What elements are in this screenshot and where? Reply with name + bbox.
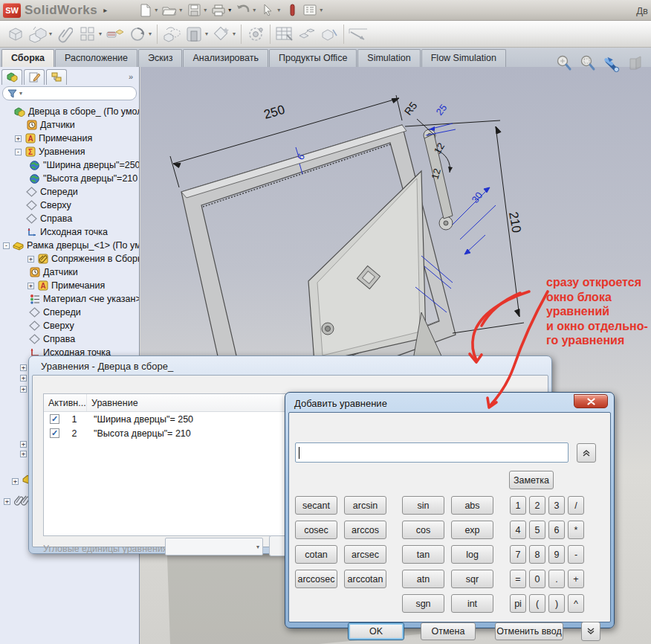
menu-flyout-icon[interactable]: ▸ xyxy=(103,6,107,14)
tree-item-part-right[interactable]: Справа xyxy=(0,332,139,346)
mate-icon[interactable] xyxy=(54,23,77,45)
key-5[interactable]: 5 xyxy=(529,521,545,539)
insert-component-icon[interactable] xyxy=(4,23,27,45)
expand-box[interactable]: + xyxy=(20,451,27,457)
tree-item-part-front[interactable]: Спереди xyxy=(0,306,139,319)
collapse-up-button[interactable] xyxy=(577,443,596,463)
configuration-manager-tab-icon[interactable] xyxy=(46,69,67,85)
undo-input-button[interactable]: Отменить ввод xyxy=(495,622,563,640)
print-icon[interactable] xyxy=(210,2,227,19)
key-divide[interactable]: / xyxy=(568,496,584,515)
key-1[interactable]: 1 xyxy=(510,496,526,515)
feature-manager-tab-icon[interactable] xyxy=(1,69,22,85)
key-secant[interactable]: secant xyxy=(295,496,337,515)
select-cursor-icon[interactable] xyxy=(259,2,276,19)
key-arccos[interactable]: arccos xyxy=(344,521,386,539)
key-open-paren[interactable]: ( xyxy=(529,594,545,613)
key-cos[interactable]: cos xyxy=(402,521,444,539)
tab-sketch[interactable]: Эскиз xyxy=(138,49,182,67)
key-decimal[interactable]: . xyxy=(548,570,565,588)
equation-input[interactable] xyxy=(295,442,569,463)
show-hidden-icon[interactable] xyxy=(161,23,183,45)
key-arccotan[interactable]: arccotan xyxy=(344,570,386,588)
key-int[interactable]: int xyxy=(451,594,493,613)
key-arcsin[interactable]: arcsin xyxy=(344,496,386,515)
tab-layout[interactable]: Расположение xyxy=(55,49,137,67)
expand-box[interactable]: - xyxy=(15,149,22,155)
tree-item-front-plane[interactable]: Спереди xyxy=(0,185,139,199)
options-list-icon[interactable] xyxy=(302,2,318,19)
active-checkbox[interactable]: ✓ xyxy=(50,428,59,438)
new-dropdown-arrow[interactable]: ▾ xyxy=(155,7,158,13)
cancel-button[interactable]: Отмена xyxy=(421,622,476,640)
key-log[interactable]: log xyxy=(451,545,493,564)
tree-item-right-plane[interactable]: Справа xyxy=(0,212,139,225)
equations-dialog-title[interactable]: Уравнения - Дверца в сборе_ xyxy=(32,359,548,375)
tab-evaluate[interactable]: Анализировать xyxy=(183,49,268,67)
insert-dropdown-arrow[interactable]: ▾ xyxy=(49,30,52,37)
insert-from-file-icon[interactable] xyxy=(27,23,49,45)
undo-icon[interactable] xyxy=(235,2,251,19)
property-manager-tab-icon[interactable] xyxy=(24,69,45,85)
expand-box[interactable]: + xyxy=(20,375,27,381)
ok-button[interactable]: OK xyxy=(348,622,404,640)
exploded-view-icon[interactable] xyxy=(296,23,318,45)
note-button[interactable]: Заметка xyxy=(509,471,554,489)
key-9[interactable]: 9 xyxy=(548,545,565,564)
tree-item-annotations[interactable]: + A Примечания xyxy=(0,132,139,145)
tree-item-part-annotations[interactable]: + A Примечания xyxy=(0,279,139,292)
undo-dropdown-arrow[interactable]: ▾ xyxy=(253,7,256,13)
move-dropdown-arrow[interactable]: ▾ xyxy=(149,30,152,37)
expand-box[interactable]: + xyxy=(20,441,27,448)
expand-down-button[interactable] xyxy=(581,622,600,641)
active-checkbox[interactable]: ✓ xyxy=(50,414,59,424)
expand-box[interactable]: + xyxy=(4,498,10,505)
sketch-dimension-icon[interactable] xyxy=(347,23,369,45)
key-pi[interactable]: pi xyxy=(510,594,526,613)
column-equation[interactable]: Уравнение xyxy=(87,394,288,411)
tree-item-assembly-root[interactable]: Дверца в сборе_ (По умолчан xyxy=(0,105,139,118)
tab-simulation[interactable]: Simulation xyxy=(357,49,420,67)
save-icon[interactable] xyxy=(186,2,202,19)
key-7[interactable]: 7 xyxy=(510,545,526,564)
assembly-features-icon[interactable] xyxy=(183,23,205,45)
expand-box[interactable]: + xyxy=(27,283,34,289)
key-cosec[interactable]: cosec xyxy=(295,521,337,539)
angular-units-dropdown[interactable]: ▾ xyxy=(165,538,263,556)
zoom-area-icon[interactable] xyxy=(578,54,597,73)
key-equals[interactable]: = xyxy=(510,570,526,588)
tree-item-part-sensors[interactable]: Датчики xyxy=(0,265,139,279)
key-close-paren[interactable]: ) xyxy=(548,594,565,613)
tree-item-equations[interactable]: - Σ Уравнения xyxy=(0,145,139,158)
key-arcsec[interactable]: arcsec xyxy=(344,545,386,564)
tree-item-part-frame[interactable]: - Рамка дверцы_<1> (По ум xyxy=(0,239,139,252)
key-plus[interactable]: + xyxy=(568,570,584,588)
linear-pattern-icon[interactable] xyxy=(77,23,99,45)
key-sqr[interactable]: sqr xyxy=(451,570,493,588)
features-dropdown-arrow[interactable]: ▾ xyxy=(205,30,208,37)
expand-box[interactable]: + xyxy=(12,478,19,485)
tree-item-sensors[interactable]: Датчики xyxy=(0,118,139,132)
new-document-icon[interactable] xyxy=(137,2,153,19)
open-dropdown-arrow[interactable]: ▾ xyxy=(179,7,182,13)
instant3d-icon[interactable] xyxy=(318,23,340,45)
tree-item-mates[interactable]: + Сопряжения в Сборка1 xyxy=(0,252,139,265)
key-2[interactable]: 2 xyxy=(529,496,545,515)
zoom-fit-icon[interactable] xyxy=(554,54,574,73)
select-dropdown-arrow[interactable]: ▾ xyxy=(277,7,280,13)
tree-filter-bar[interactable]: ▾ xyxy=(2,86,137,100)
tab-office-products[interactable]: Продукты Office xyxy=(269,49,357,67)
add-equation-dialog-title[interactable]: Добавить уравнение xyxy=(288,396,611,412)
key-exp[interactable]: exp xyxy=(451,521,493,539)
options-dropdown-arrow[interactable]: ▾ xyxy=(320,7,323,13)
key-sin[interactable]: sin xyxy=(402,496,444,515)
smart-fasteners-icon[interactable] xyxy=(104,23,126,45)
print-dropdown-arrow[interactable]: ▾ xyxy=(228,7,231,13)
key-4[interactable]: 4 xyxy=(510,521,526,539)
expand-box[interactable]: + xyxy=(27,256,34,263)
equation-text[interactable]: "Ширина дверцы"= 250 xyxy=(85,414,193,425)
tab-assembly[interactable]: Сборка xyxy=(1,49,54,67)
tree-item-part-top[interactable]: Сверху xyxy=(0,319,139,332)
save-dropdown-arrow[interactable]: ▾ xyxy=(204,7,207,13)
motion-study-icon[interactable] xyxy=(244,23,267,45)
